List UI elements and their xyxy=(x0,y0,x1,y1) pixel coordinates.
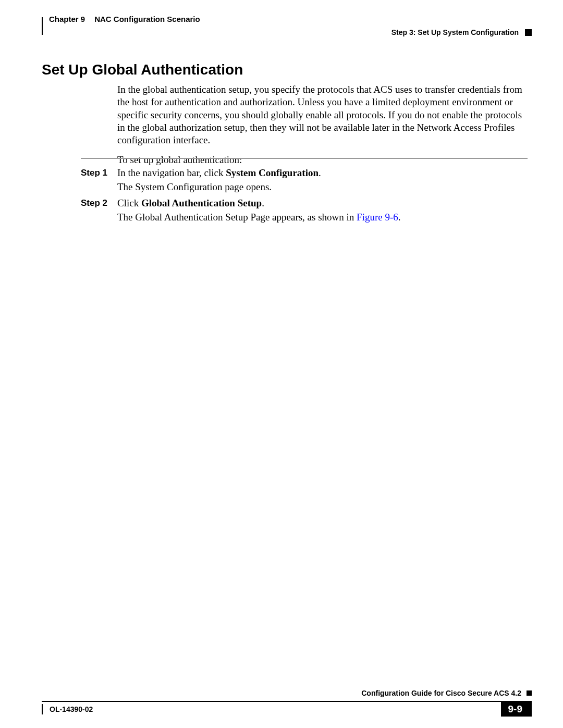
step-row: Step 1 In the navigation bar, click Syst… xyxy=(81,166,528,194)
figure-link[interactable]: Figure 9-6 xyxy=(357,212,398,223)
step-label: Step 1 xyxy=(81,166,117,194)
step-bold: Global Authentication Setup xyxy=(141,198,262,208)
step-text: . xyxy=(319,167,321,178)
footer-bottom: OL-14390-02 9-9 xyxy=(42,702,532,717)
step-text: The System Configuration page opens. xyxy=(117,181,272,192)
page-footer: Configuration Guide for Cisco Secure ACS… xyxy=(42,689,532,717)
footer-guide-row: Configuration Guide for Cisco Secure ACS… xyxy=(42,689,532,697)
step-content: Click Global Authentication Setup. The G… xyxy=(117,196,528,225)
step-text: . xyxy=(398,212,401,223)
step-text: Click xyxy=(117,198,141,208)
square-marker-icon xyxy=(527,690,532,696)
steps-container: Step 1 In the navigation bar, click Syst… xyxy=(81,158,528,227)
steps-divider xyxy=(81,158,528,159)
step-text: The Global Authentication Setup Page app… xyxy=(117,212,357,223)
footer-guide-title: Configuration Guide for Cisco Secure ACS… xyxy=(361,689,521,697)
header-left-border xyxy=(42,17,43,35)
page-header: Chapter 9 NAC Configuration Scenario Ste… xyxy=(42,15,532,24)
header-right: Step 3: Set Up System Configuration xyxy=(391,28,532,36)
step-bold: System Configuration xyxy=(226,167,319,178)
chapter-title: NAC Configuration Scenario xyxy=(94,15,200,23)
intro-paragraph: In the global authentication setup, you … xyxy=(117,83,528,147)
step-text: In the navigation bar, click xyxy=(117,167,226,178)
square-marker-icon xyxy=(525,29,532,36)
footer-left-border xyxy=(42,704,43,714)
step-text: . xyxy=(262,198,264,208)
step-row: Step 2 Click Global Authentication Setup… xyxy=(81,196,528,225)
chapter-label: Chapter 9 xyxy=(49,15,85,23)
page-number: 9-9 xyxy=(501,702,532,717)
footer-left: OL-14390-02 xyxy=(42,704,93,714)
step-content: In the navigation bar, click System Conf… xyxy=(117,166,528,194)
section-title: Set Up Global Authentication xyxy=(42,61,243,78)
header-step-label: Step 3: Set Up System Configuration xyxy=(391,28,519,36)
step-label: Step 2 xyxy=(81,196,117,225)
footer-doc-id: OL-14390-02 xyxy=(50,705,93,713)
